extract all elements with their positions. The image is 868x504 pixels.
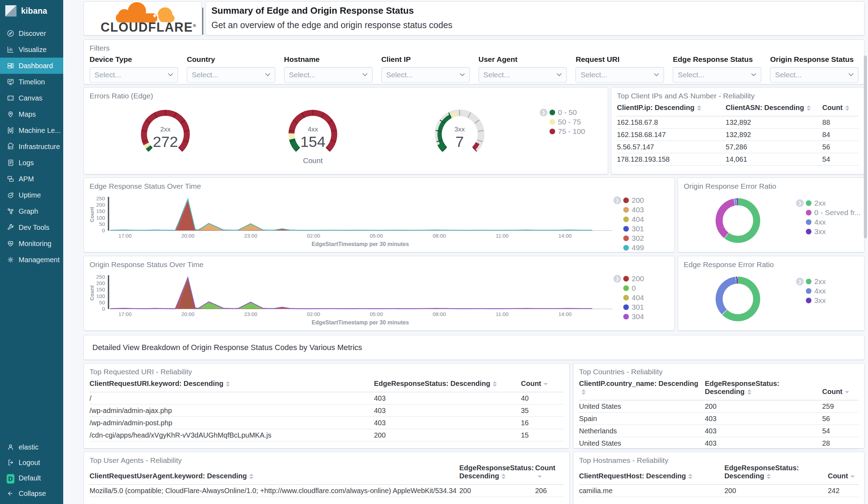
column-header-clientrequesturi-keyword-descending[interactable]: ClientRequestURI.keyword: Descending [90,380,374,392]
sidebar-item-graph[interactable]: Graph [0,203,63,219]
legend-item-0[interactable]: 0 [623,283,644,293]
gauge-4xx: 4xx154 [272,108,353,160]
filter-label-device-type: Device Type [90,55,178,64]
legend-label: 499 [632,244,644,252]
timelion-icon [7,78,14,86]
column-header-clientrequestuseragent-keyword-descending[interactable]: ClientRequestUserAgent.keyword: Descendi… [90,464,459,485]
column-header-count[interactable]: Count [828,464,859,485]
legend-item-403[interactable]: 403 [623,205,644,214]
svg-text:23:00: 23:00 [244,311,257,317]
column-header-count[interactable]: Count [535,464,564,485]
legend-label: 2xx [814,277,826,286]
legend-item-301[interactable]: 301 [623,224,644,233]
legend-label: 304 [632,312,644,321]
legend-label: 301 [632,225,644,233]
filters-row: Device TypeSelect...CountrySelect...Host… [90,55,859,83]
column-header-edgeresponsestatus-descending[interactable]: EdgeResponseStatus: Descending [459,464,535,485]
sidebar-item-uptime[interactable]: Uptime [0,187,63,203]
filter-select-country[interactable]: Select... [187,67,275,83]
legend-item-4xx[interactable]: 4xx [806,286,826,296]
sidebar-item-logout[interactable]: Logout [0,455,63,470]
svg-text:Count: Count [89,207,95,222]
legend-color-dot [623,198,629,203]
column-header-edgeresponsestatus-descending[interactable]: EdgeResponseStatus: Descending [705,380,822,400]
filter-select-request-uri[interactable]: Select... [576,67,664,83]
table-row: /cdn-cgi/apps/head/xVgyKhR-vV3dAUGhMqfBc… [90,429,564,441]
data-table: ClientIP.ip: DescendingClientASN: Descen… [617,104,859,166]
legend-item-3xx[interactable]: 3xx [806,227,861,236]
legend-item-4xx[interactable]: 4xx [806,217,861,227]
column-header-count[interactable]: Count [822,104,859,116]
sidebar-item-timelion[interactable]: Timelion [0,74,63,90]
top-hostnames-title: Top Hostnames - Reliability [579,456,668,465]
legend-item-302[interactable]: 302 [623,233,644,243]
table-row: 162.158.67.8132,89288 [617,116,859,129]
sidebar-item-infrastructure[interactable]: Infrastructure [0,138,63,155]
legend-expand-icon[interactable]: ❯ [540,109,547,116]
filter-select-origin-response-status[interactable]: Select... [770,67,859,83]
column-header-clientip-country-name-descending[interactable]: ClientIP.country_name: Descending [579,380,705,400]
sort-icon [697,105,701,111]
sidebar-item-dev-tools[interactable]: Dev Tools [0,219,63,235]
origin-error-ratio-donut[interactable] [716,198,760,243]
legend-item-404[interactable]: 404 [623,293,644,302]
legend-item-200[interactable]: ❯200 [613,274,644,283]
legend-item-404[interactable]: 404 [623,214,644,224]
legend-item-200[interactable]: ❯200 [613,195,644,205]
filter-select-hostname[interactable]: Select... [284,67,373,83]
column-header-clientasn-descending[interactable]: ClientASN: Descending [726,104,822,116]
sidebar-item-canvas[interactable]: Canvas [0,90,63,106]
sidebar-item-machine-le[interactable]: Machine Le... [0,122,63,138]
sidebar-item-collapse[interactable]: Collapse [0,486,63,501]
legend-label: 200 [632,274,644,283]
table-cell: / [90,392,374,405]
column-header-count[interactable]: Count [822,380,859,400]
sidebar-item-management[interactable]: Management [0,252,63,268]
svg-text:7: 7 [455,133,464,150]
sidebar-item-dashboard[interactable]: Dashboard [0,58,63,74]
sidebar-item-logs[interactable]: Logs [0,155,63,171]
sidebar-item-monitoring[interactable]: Monitoring [0,235,63,252]
sidebar-item-default[interactable]: DDefault [0,470,63,486]
legend-item-3xx[interactable]: 3xx [806,296,826,305]
machine-learning-icon [7,127,14,134]
sidebar-item-discover[interactable]: Discover [0,25,63,41]
table-cell: 403 [705,425,822,437]
edge-response-error-ratio-panel: Edge Response Error Ratio ❯2xx4xx3xx [678,256,864,331]
sidebar-item-elastic[interactable]: elastic [0,439,63,455]
column-header-edgeresponsestatus-descending[interactable]: EdgeResponseStatus: Descending [724,464,828,485]
legend-item-304[interactable]: 304 [623,312,644,321]
legend-item-0-served-fr[interactable]: 0 - Served fr... [806,208,861,217]
kibana-logo[interactable]: kibana [0,0,63,22]
svg-text:250: 250 [96,274,105,280]
legend-item-2xx[interactable]: ❯2xx [796,198,861,208]
legend-expand-icon[interactable]: ❯ [613,196,621,204]
filter-placeholder: Select... [94,71,121,79]
column-header-clientrequesthost-descending[interactable]: ClientRequestHost: Descending [579,464,724,485]
legend-expand-icon[interactable]: ❯ [796,199,804,207]
filter-select-device-type[interactable]: Select... [90,67,178,83]
filter-select-edge-response-status[interactable]: Select... [673,67,761,83]
scrollbar-thumb[interactable] [864,56,867,238]
svg-text:200: 200 [96,280,105,286]
legend-expand-icon[interactable]: ❯ [796,278,804,285]
filter-select-client-ip[interactable]: Select... [381,67,470,83]
sidebar-item-label: Visualize [19,46,47,54]
edge-error-ratio-donut[interactable] [716,277,760,321]
legend-item-75-100[interactable]: 75 - 100 [550,127,585,136]
sidebar-item-apm[interactable]: APM [0,171,63,187]
legend-item-499[interactable]: 499 [623,243,644,252]
column-header-count[interactable]: Count [521,380,564,392]
column-header-edgeresponsestatus-descending[interactable]: EdgeResponseStatus: Descending [374,380,521,392]
legend-item-301[interactable]: 301 [623,302,644,312]
legend-item-0-50[interactable]: ❯0 - 50 [540,108,585,117]
sidebar-item-maps[interactable]: Maps [0,106,63,122]
filter-select-user-agent[interactable]: Select... [479,67,567,83]
legend-expand-icon[interactable]: ❯ [613,275,621,283]
column-header-clientip-ip-descending[interactable]: ClientIP.ip: Descending [617,104,726,116]
legend-item-50-75[interactable]: 50 - 75 [550,117,585,127]
sort-desc-icon [544,383,548,385]
svg-text:20:00: 20:00 [181,311,195,317]
legend-item-2xx[interactable]: ❯2xx [796,277,826,286]
sidebar-item-visualize[interactable]: Visualize [0,41,63,58]
